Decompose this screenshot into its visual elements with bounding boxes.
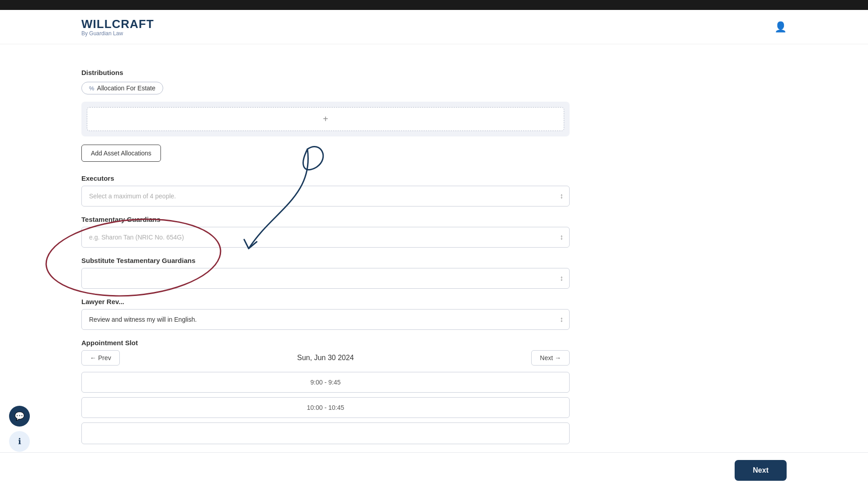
lawyer-review-section: Lawyer Rev... Review and witness my will… <box>81 298 570 330</box>
add-area-box: + <box>81 102 570 136</box>
distributions-label: Distributions <box>81 69 570 76</box>
substitute-guardians-select-wrapper: ↕ <box>81 268 570 289</box>
appointment-slot-label: Appointment Slot <box>81 339 570 347</box>
time-slot-3[interactable] <box>81 422 570 444</box>
time-slot-1[interactable]: 9:00 - 9:45 <box>81 372 570 393</box>
top-bar <box>0 0 868 10</box>
plus-icon: + <box>323 114 328 124</box>
bottom-nav: Next <box>0 452 868 488</box>
testamentary-guardians-label: Testamentary Guardians <box>81 216 570 223</box>
prev-button[interactable]: ← Prev <box>81 350 120 366</box>
allocation-tab[interactable]: % Allocation For Estate <box>81 82 163 94</box>
executors-select[interactable]: Select a maximum of 4 people. <box>81 186 570 206</box>
appointment-date: Sun, Jun 30 2024 <box>297 354 354 362</box>
logo-area: WILLCRAFT By Guardian Law <box>81 17 154 37</box>
substitute-guardians-select[interactable] <box>81 268 570 289</box>
next-date-button[interactable]: Next → <box>531 350 570 366</box>
testamentary-guardians-select-wrapper: e.g. Sharon Tan (NRIC No. 654G) ↕ <box>81 227 570 248</box>
lawyer-review-select[interactable]: Review and witness my will in English. <box>81 309 570 330</box>
chat-button[interactable]: 💬 <box>9 406 30 427</box>
executors-label: Executors <box>81 174 570 182</box>
logo-subtitle: By Guardian Law <box>81 30 154 37</box>
logo-title: WILLCRAFT <box>81 17 154 31</box>
testamentary-guardians-select[interactable]: e.g. Sharon Tan (NRIC No. 654G) <box>81 227 570 248</box>
executors-select-wrapper: Select a maximum of 4 people. ↕ <box>81 186 570 206</box>
executors-section: Executors Select a maximum of 4 people. … <box>81 174 570 206</box>
appointment-slot-section: Appointment Slot ← Prev Sun, Jun 30 2024… <box>81 339 570 449</box>
testamentary-guardians-section: Testamentary Guardians e.g. Sharon Tan (… <box>81 216 570 248</box>
main-content: Distributions % Allocation For Estate + … <box>0 44 651 471</box>
next-button[interactable]: Next <box>735 460 787 481</box>
substitute-guardians-section: Substitute Testamentary Guardians ↕ <box>81 257 570 289</box>
add-row-button[interactable]: + <box>87 107 564 131</box>
floating-buttons: 💬 ℹ <box>9 406 30 452</box>
appointment-header: ← Prev Sun, Jun 30 2024 Next → <box>81 350 570 366</box>
add-asset-allocations-button[interactable]: Add Asset Allocations <box>81 145 161 162</box>
user-icon[interactable]: 👤 <box>774 21 787 33</box>
chat-icon: 💬 <box>14 411 24 421</box>
info-button[interactable]: ℹ <box>9 431 30 452</box>
lawyer-review-label: Lawyer Rev... <box>81 298 570 305</box>
lawyer-review-select-wrapper: Review and witness my will in English. ↕ <box>81 309 570 330</box>
allocation-tab-label: Allocation For Estate <box>97 84 156 92</box>
header: WILLCRAFT By Guardian Law 👤 <box>0 10 868 44</box>
substitute-guardians-label: Substitute Testamentary Guardians <box>81 257 570 264</box>
time-slot-2[interactable]: 10:00 - 10:45 <box>81 397 570 418</box>
info-icon: ℹ <box>18 436 21 446</box>
percent-icon: % <box>89 85 94 92</box>
